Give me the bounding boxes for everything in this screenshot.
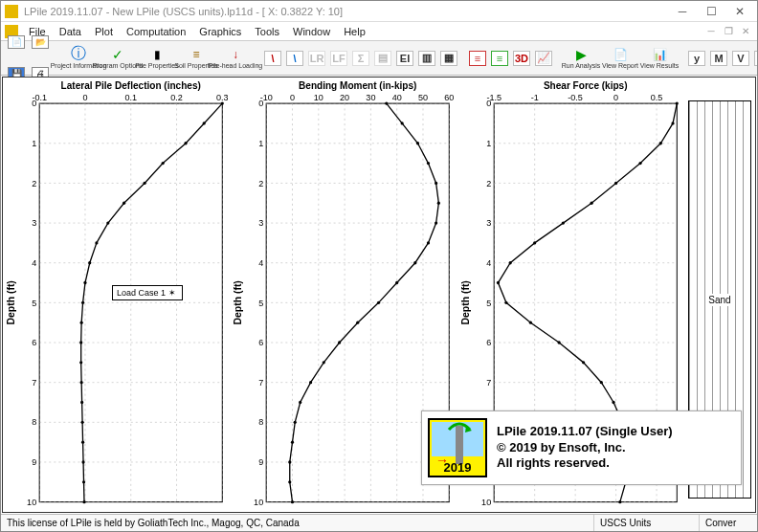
svg-text:5: 5 — [486, 298, 491, 307]
tool-btn-lf[interactable]: LF — [328, 43, 349, 74]
svg-text:0.1: 0.1 — [124, 93, 137, 102]
svg-text:60: 60 — [445, 93, 455, 102]
mdi-restore-button[interactable]: ❐ — [721, 26, 736, 36]
svg-text:0: 0 — [613, 93, 618, 102]
svg-text:7: 7 — [258, 378, 263, 388]
svg-text:-0.5: -0.5 — [568, 93, 583, 102]
legend-label: Load Case 1 — [117, 288, 166, 298]
tool-btn-3d[interactable]: 3D — [511, 43, 532, 74]
svg-point-110 — [323, 361, 325, 364]
new-button[interactable]: 📄 — [5, 27, 28, 57]
glyph-pr[interactable]: p' — [752, 43, 758, 74]
mdi-minimize-button[interactable]: ─ — [703, 26, 719, 36]
pile-icon: ▮ — [148, 48, 166, 61]
mdi-close-button[interactable]: ✕ — [738, 26, 753, 36]
tool-btn-sigma[interactable]: Σ — [350, 43, 371, 74]
svg-text:3: 3 — [258, 218, 263, 228]
pile-head-loading-button[interactable]: ↓ Pile-head Loading — [216, 43, 255, 74]
svg-text:2: 2 — [258, 178, 263, 188]
tool-btn-2[interactable]: \ — [284, 43, 305, 74]
svg-point-157 — [614, 182, 617, 185]
menu-window[interactable]: Window — [287, 24, 336, 39]
svg-point-156 — [638, 162, 641, 165]
svg-text:3: 3 — [486, 218, 491, 228]
svg-point-162 — [496, 281, 499, 284]
menu-graphics[interactable]: Graphics — [193, 24, 247, 39]
tool-btn-i1[interactable]: ≡ — [467, 43, 488, 74]
svg-point-49 — [80, 381, 83, 384]
svg-point-115 — [288, 460, 291, 463]
info-icon: ⓘ — [70, 48, 87, 61]
menu-data[interactable]: Data — [54, 24, 87, 39]
menu-tools[interactable]: Tools — [249, 24, 285, 39]
svg-point-97 — [385, 101, 388, 104]
svg-point-112 — [299, 401, 301, 404]
menu-computation[interactable]: Computation — [121, 24, 191, 39]
svg-text:Bending Moment (in-kips): Bending Moment (in-kips) — [299, 80, 416, 91]
pile-load-icon: ↓ — [227, 48, 244, 61]
toolbar: 📄 💾 📂 🖨 ⓘ Project Information ✓ Program … — [1, 41, 757, 76]
tool-btn-bars[interactable]: ▥ — [416, 43, 437, 74]
svg-text:50: 50 — [418, 93, 428, 102]
glyph-y[interactable]: y — [686, 43, 707, 74]
minimize-button[interactable]: ─ — [669, 3, 696, 20]
svg-point-41 — [106, 221, 109, 224]
maximize-button[interactable]: ☐ — [698, 3, 725, 20]
titlebar: LPile 2019.11.07 - New LPile (USCS units… — [1, 1, 757, 22]
svg-point-35 — [221, 101, 224, 104]
svg-point-168 — [612, 401, 614, 404]
svg-point-100 — [427, 162, 430, 165]
svg-point-39 — [143, 182, 145, 185]
svg-point-160 — [533, 241, 536, 244]
svg-text:10: 10 — [254, 498, 263, 507]
svg-text:1: 1 — [258, 139, 263, 148]
tool-btn-i2[interactable]: ≡ — [489, 43, 510, 74]
svg-text:10: 10 — [27, 498, 36, 507]
svg-text:Depth (ft): Depth (ft) — [7, 280, 16, 324]
svg-point-113 — [294, 421, 297, 424]
close-button[interactable]: ✕ — [726, 3, 753, 20]
svg-point-101 — [435, 182, 437, 185]
open-button[interactable]: 📂 — [29, 27, 52, 57]
tool-btn-6[interactable]: ▤ — [372, 43, 393, 74]
tool-btn-chart[interactable]: 📈 — [533, 43, 554, 74]
run-analysis-button[interactable]: ▶ Run Analysis — [562, 43, 600, 74]
statusbar: This license of LPile is held by Goliath… — [1, 514, 757, 531]
svg-text:6: 6 — [32, 338, 36, 347]
mdi-window-controls: ─ ❐ ✕ — [703, 26, 753, 36]
tool-btn-1[interactable]: \ — [262, 43, 283, 74]
svg-point-53 — [81, 460, 84, 463]
glyph-v[interactable]: V — [730, 43, 751, 74]
svg-text:0.5: 0.5 — [650, 93, 662, 102]
svg-text:9: 9 — [258, 457, 263, 467]
report-icon: 📄 — [612, 48, 629, 61]
glyph-m[interactable]: M — [708, 43, 729, 74]
svg-text:4: 4 — [486, 258, 491, 268]
tool-btn-lr[interactable]: LR — [306, 43, 327, 74]
svg-point-158 — [590, 202, 592, 205]
svg-point-48 — [79, 361, 82, 364]
tool-btn-grid[interactable]: ▦ — [438, 43, 459, 74]
svg-point-52 — [81, 440, 84, 443]
svg-point-114 — [291, 440, 294, 443]
svg-text:4: 4 — [32, 258, 36, 268]
svg-text:-1: -1 — [530, 93, 538, 102]
view-results-button[interactable]: 📊 View Results — [640, 43, 679, 74]
svg-text:1: 1 — [32, 139, 36, 148]
svg-text:Shear Force (kips): Shear Force (kips) — [544, 80, 628, 91]
program-options-button[interactable]: ✓ Program Options — [99, 43, 137, 74]
view-report-button[interactable]: 📄 View Report — [601, 43, 639, 74]
soil-icon: ≡ — [188, 48, 205, 61]
menu-plot[interactable]: Plot — [89, 24, 119, 39]
window-controls: ─ ☐ ✕ — [669, 3, 753, 20]
svg-point-50 — [80, 401, 83, 404]
tool-btn-ei[interactable]: EI — [394, 43, 415, 74]
about-year: 2019 — [430, 460, 485, 475]
pile-properties-button[interactable]: ▮ Pile Properties — [138, 43, 176, 74]
plot-window: Lateral Pile Deflection (inches)Depth (f… — [2, 77, 756, 513]
menu-help[interactable]: Help — [338, 24, 371, 39]
svg-text:9: 9 — [32, 457, 36, 467]
svg-point-98 — [401, 122, 404, 124]
svg-point-45 — [81, 301, 84, 304]
project-information-button[interactable]: ⓘ Project Information — [59, 43, 98, 74]
